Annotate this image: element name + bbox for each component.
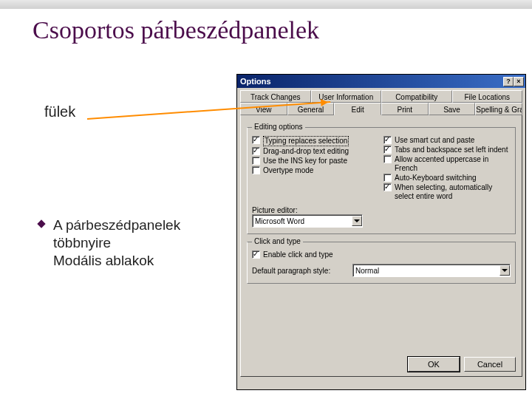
bullet-line-2: többnyire [53, 235, 111, 250]
chk-label: Enable click and type [263, 250, 333, 259]
chk-label: Typing replaces selection [263, 136, 349, 146]
dropdown-value: Normal [355, 267, 379, 275]
tab-track-changes[interactable]: Track Changes [240, 90, 311, 103]
default-para-label: Default paragraph style: [252, 267, 348, 275]
checkbox-icon[interactable] [383, 136, 392, 144]
chk-label: Auto-Keyboard switching [395, 174, 477, 183]
tab-save[interactable]: Save [429, 103, 476, 115]
slide-title: Csoportos párbeszédpanelek [33, 16, 532, 44]
chk-drag-drop[interactable]: Drag-and-drop text editing [252, 147, 379, 156]
ok-button[interactable]: OK [408, 357, 460, 372]
group-click-and-type: document.currentScript.parentElement.set… [247, 242, 516, 284]
bullet-diamond-icon [37, 219, 45, 228]
chk-label: Use the INS key for paste [263, 157, 347, 166]
close-button[interactable]: × [514, 77, 524, 86]
tab-strip: Track Changes User Information Compatibi… [240, 90, 522, 115]
checkbox-icon[interactable] [383, 174, 392, 182]
checkbox-icon[interactable] [383, 155, 392, 163]
chk-accented-french[interactable]: Allow accented uppercase in French [383, 155, 511, 173]
checkbox-icon[interactable] [252, 157, 260, 165]
tab-file-locations[interactable]: File Locations [452, 90, 523, 103]
chk-auto-keyboard[interactable]: Auto-Keyboard switching [383, 174, 511, 183]
tab-panel-edit: document.currentScript.parentElement.set… [240, 115, 522, 377]
help-button[interactable]: ? [503, 77, 514, 86]
chevron-down-icon[interactable] [352, 216, 362, 226]
tab-edit[interactable]: Edit [334, 103, 381, 115]
chk-overtype[interactable]: Overtype mode [252, 166, 379, 175]
picture-editor-dropdown[interactable]: Microsoft Word [252, 214, 363, 228]
chk-label: Allow accented uppercase in French [395, 155, 511, 173]
dialog-title: Options [240, 77, 271, 86]
slide-top-bar [0, 0, 532, 9]
picture-editor-label: Picture editor: [252, 206, 298, 214]
options-dialog: Options ? × Track Changes User Informati… [236, 74, 526, 390]
chk-ins-paste[interactable]: Use the INS key for paste [252, 157, 379, 166]
chk-enable-click-type[interactable]: Enable click and type [252, 250, 511, 259]
chevron-down-icon[interactable] [499, 265, 510, 276]
chk-label: Overtype mode [263, 166, 313, 175]
bullet-line-3: Modális ablakok [53, 253, 154, 268]
default-paragraph-dropdown[interactable]: Normal [352, 264, 511, 277]
checkbox-icon[interactable] [252, 166, 260, 174]
cancel-button[interactable]: Cancel [464, 357, 516, 372]
checkbox-icon[interactable] [383, 183, 392, 191]
chk-smart-cut-paste[interactable]: Use smart cut and paste [383, 136, 511, 145]
tab-compatibility[interactable]: Compatibility [381, 90, 452, 103]
chk-tabs-backspace[interactable]: Tabs and backspace set left indent [383, 146, 511, 154]
tab-print[interactable]: Print [381, 103, 429, 115]
bullet-line-1: A párbeszédpanelek [53, 217, 180, 233]
chk-label: Use smart cut and paste [395, 136, 474, 145]
checkbox-icon[interactable] [252, 136, 260, 144]
checkbox-icon[interactable] [252, 250, 260, 259]
dropdown-value: Microsoft Word [255, 217, 304, 225]
checkbox-icon[interactable] [383, 146, 392, 154]
tab-spelling-grammar[interactable]: Spelling & Grammar [475, 103, 522, 115]
chk-label: When selecting, automatically select ent… [395, 183, 511, 201]
dialog-titlebar[interactable]: Options ? × [237, 75, 525, 88]
chk-select-entire-word[interactable]: When selecting, automatically select ent… [383, 183, 511, 201]
chk-typing-replaces[interactable]: Typing replaces selection [252, 136, 379, 146]
group-editing-options: document.currentScript.parentElement.set… [247, 127, 516, 234]
checkbox-icon[interactable] [252, 147, 260, 155]
chk-label: Tabs and backspace set left indent [395, 146, 508, 154]
chk-label: Drag-and-drop text editing [263, 147, 349, 156]
bullet-item: A párbeszédpanelek többnyire Modális abl… [44, 216, 222, 269]
